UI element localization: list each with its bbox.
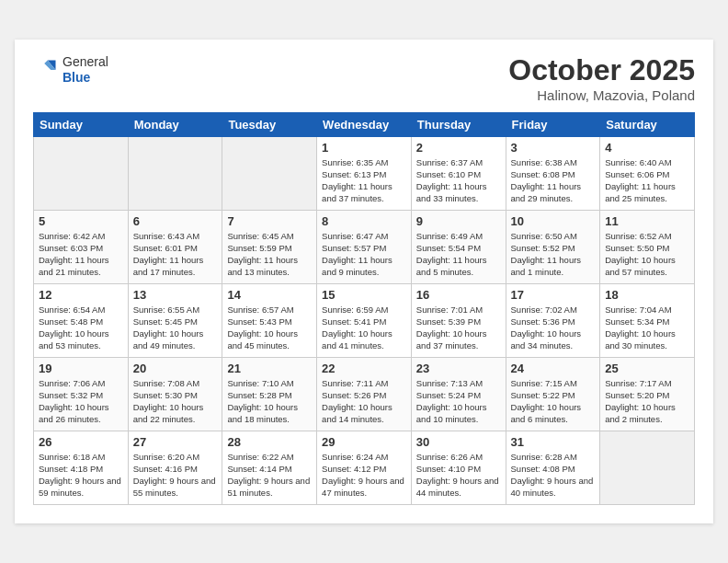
logo-text: General Blue bbox=[63, 54, 108, 86]
calendar-cell: 9Sunrise: 6:49 AMSunset: 5:54 PMDaylight… bbox=[411, 210, 506, 283]
day-number: 27 bbox=[133, 435, 218, 449]
weekday-header: Saturday bbox=[600, 112, 695, 136]
location: Halinow, Mazovia, Poland bbox=[508, 87, 695, 103]
day-number: 17 bbox=[511, 288, 596, 302]
day-number: 4 bbox=[605, 141, 689, 155]
day-number: 1 bbox=[322, 141, 406, 155]
calendar-cell: 7Sunrise: 6:45 AMSunset: 5:59 PMDaylight… bbox=[222, 210, 317, 283]
calendar-cell: 11Sunrise: 6:52 AMSunset: 5:50 PMDayligh… bbox=[600, 210, 695, 283]
calendar-cell: 13Sunrise: 6:55 AMSunset: 5:45 PMDayligh… bbox=[128, 283, 222, 357]
day-number: 25 bbox=[605, 362, 689, 375]
day-number: 26 bbox=[39, 435, 123, 449]
day-number: 20 bbox=[133, 362, 218, 375]
logo-general: General bbox=[63, 54, 108, 69]
calendar-cell: 30Sunrise: 6:26 AMSunset: 4:10 PMDayligh… bbox=[411, 431, 506, 504]
calendar-week-row: 26Sunrise: 6:18 AMSunset: 4:18 PMDayligh… bbox=[34, 431, 695, 504]
day-number: 28 bbox=[227, 435, 312, 449]
calendar-cell bbox=[128, 136, 222, 210]
calendar-cell: 28Sunrise: 6:22 AMSunset: 4:14 PMDayligh… bbox=[222, 431, 317, 504]
day-number: 2 bbox=[416, 141, 501, 155]
day-number: 19 bbox=[39, 362, 123, 375]
calendar-cell: 8Sunrise: 6:47 AMSunset: 5:57 PMDaylight… bbox=[317, 210, 412, 283]
calendar-cell: 29Sunrise: 6:24 AMSunset: 4:12 PMDayligh… bbox=[317, 431, 412, 504]
day-info: Sunrise: 6:54 AMSunset: 5:48 PMDaylight:… bbox=[39, 304, 123, 352]
calendar-cell: 24Sunrise: 7:15 AMSunset: 5:22 PMDayligh… bbox=[506, 357, 600, 431]
day-number: 11 bbox=[605, 214, 689, 228]
day-number: 24 bbox=[511, 362, 596, 375]
day-number: 22 bbox=[322, 362, 406, 375]
day-info: Sunrise: 6:55 AMSunset: 5:45 PMDaylight:… bbox=[133, 304, 218, 352]
calendar-cell: 23Sunrise: 7:13 AMSunset: 5:24 PMDayligh… bbox=[411, 357, 506, 431]
day-number: 30 bbox=[416, 435, 501, 449]
day-number: 15 bbox=[322, 288, 406, 302]
day-info: Sunrise: 7:01 AMSunset: 5:39 PMDaylight:… bbox=[416, 304, 501, 352]
calendar-cell: 18Sunrise: 7:04 AMSunset: 5:34 PMDayligh… bbox=[600, 283, 695, 357]
day-number: 13 bbox=[133, 288, 218, 302]
calendar-cell: 2Sunrise: 6:37 AMSunset: 6:10 PMDaylight… bbox=[411, 136, 506, 210]
day-info: Sunrise: 7:13 AMSunset: 5:24 PMDaylight:… bbox=[416, 377, 501, 426]
calendar-cell bbox=[34, 136, 129, 210]
calendar-cell: 27Sunrise: 6:20 AMSunset: 4:16 PMDayligh… bbox=[128, 431, 222, 504]
weekday-header: Wednesday bbox=[317, 112, 412, 136]
calendar-cell bbox=[222, 136, 317, 210]
day-info: Sunrise: 7:11 AMSunset: 5:26 PMDaylight:… bbox=[322, 377, 406, 426]
calendar-cell: 6Sunrise: 6:43 AMSunset: 6:01 PMDaylight… bbox=[128, 210, 222, 283]
calendar-cell: 21Sunrise: 7:10 AMSunset: 5:28 PMDayligh… bbox=[222, 357, 317, 431]
header: General Blue October 2025 Halinow, Mazov… bbox=[33, 54, 695, 102]
day-info: Sunrise: 6:24 AMSunset: 4:12 PMDaylight:… bbox=[322, 451, 406, 500]
day-number: 3 bbox=[511, 141, 596, 155]
day-number: 29 bbox=[322, 435, 406, 449]
weekday-header: Thursday bbox=[411, 112, 506, 136]
day-info: Sunrise: 6:38 AMSunset: 6:08 PMDaylight:… bbox=[511, 156, 596, 205]
weekday-header-row: SundayMondayTuesdayWednesdayThursdayFrid… bbox=[34, 112, 695, 136]
calendar-cell: 20Sunrise: 7:08 AMSunset: 5:30 PMDayligh… bbox=[128, 357, 222, 431]
day-info: Sunrise: 6:43 AMSunset: 6:01 PMDaylight:… bbox=[133, 230, 218, 279]
day-number: 5 bbox=[39, 214, 123, 228]
calendar-container: General Blue October 2025 Halinow, Mazov… bbox=[15, 40, 713, 523]
day-info: Sunrise: 6:49 AMSunset: 5:54 PMDaylight:… bbox=[416, 230, 501, 279]
calendar-cell: 25Sunrise: 7:17 AMSunset: 5:20 PMDayligh… bbox=[600, 357, 695, 431]
calendar-cell: 15Sunrise: 6:59 AMSunset: 5:41 PMDayligh… bbox=[317, 283, 412, 357]
calendar-week-row: 19Sunrise: 7:06 AMSunset: 5:32 PMDayligh… bbox=[34, 357, 695, 431]
weekday-header: Sunday bbox=[34, 112, 129, 136]
calendar-cell: 14Sunrise: 6:57 AMSunset: 5:43 PMDayligh… bbox=[222, 283, 317, 357]
calendar-cell: 10Sunrise: 6:50 AMSunset: 5:52 PMDayligh… bbox=[506, 210, 600, 283]
day-number: 31 bbox=[511, 435, 596, 449]
day-info: Sunrise: 7:08 AMSunset: 5:30 PMDaylight:… bbox=[133, 377, 218, 426]
logo-icon bbox=[33, 57, 59, 83]
day-info: Sunrise: 7:17 AMSunset: 5:20 PMDaylight:… bbox=[605, 377, 689, 426]
calendar-cell: 16Sunrise: 7:01 AMSunset: 5:39 PMDayligh… bbox=[411, 283, 506, 357]
calendar-cell: 3Sunrise: 6:38 AMSunset: 6:08 PMDaylight… bbox=[506, 136, 600, 210]
day-number: 23 bbox=[416, 362, 501, 375]
day-number: 8 bbox=[322, 214, 406, 228]
day-info: Sunrise: 7:04 AMSunset: 5:34 PMDaylight:… bbox=[605, 304, 689, 352]
calendar-cell: 17Sunrise: 7:02 AMSunset: 5:36 PMDayligh… bbox=[506, 283, 600, 357]
calendar-week-row: 1Sunrise: 6:35 AMSunset: 6:13 PMDaylight… bbox=[34, 136, 695, 210]
calendar-table: SundayMondayTuesdayWednesdayThursdayFrid… bbox=[33, 112, 695, 505]
day-number: 14 bbox=[227, 288, 312, 302]
day-number: 10 bbox=[511, 214, 596, 228]
calendar-cell: 12Sunrise: 6:54 AMSunset: 5:48 PMDayligh… bbox=[34, 283, 129, 357]
day-info: Sunrise: 7:10 AMSunset: 5:28 PMDaylight:… bbox=[227, 377, 312, 426]
weekday-header: Friday bbox=[506, 112, 600, 136]
calendar-cell: 4Sunrise: 6:40 AMSunset: 6:06 PMDaylight… bbox=[600, 136, 695, 210]
day-info: Sunrise: 6:22 AMSunset: 4:14 PMDaylight:… bbox=[227, 451, 312, 500]
weekday-header: Tuesday bbox=[222, 112, 317, 136]
day-info: Sunrise: 6:47 AMSunset: 5:57 PMDaylight:… bbox=[322, 230, 406, 279]
calendar-cell bbox=[600, 431, 695, 504]
day-info: Sunrise: 6:50 AMSunset: 5:52 PMDaylight:… bbox=[511, 230, 596, 279]
day-info: Sunrise: 7:02 AMSunset: 5:36 PMDaylight:… bbox=[511, 304, 596, 352]
day-info: Sunrise: 6:57 AMSunset: 5:43 PMDaylight:… bbox=[227, 304, 312, 352]
day-info: Sunrise: 6:59 AMSunset: 5:41 PMDaylight:… bbox=[322, 304, 406, 352]
calendar-cell: 1Sunrise: 6:35 AMSunset: 6:13 PMDaylight… bbox=[317, 136, 412, 210]
title-block: October 2025 Halinow, Mazovia, Poland bbox=[508, 54, 695, 102]
calendar-cell: 26Sunrise: 6:18 AMSunset: 4:18 PMDayligh… bbox=[34, 431, 129, 504]
day-info: Sunrise: 6:20 AMSunset: 4:16 PMDaylight:… bbox=[133, 451, 218, 500]
month-title: October 2025 bbox=[508, 54, 695, 86]
day-info: Sunrise: 6:37 AMSunset: 6:10 PMDaylight:… bbox=[416, 156, 501, 205]
day-info: Sunrise: 6:40 AMSunset: 6:06 PMDaylight:… bbox=[605, 156, 689, 205]
day-info: Sunrise: 6:45 AMSunset: 5:59 PMDaylight:… bbox=[227, 230, 312, 279]
day-info: Sunrise: 7:15 AMSunset: 5:22 PMDaylight:… bbox=[511, 377, 596, 426]
day-info: Sunrise: 6:28 AMSunset: 4:08 PMDaylight:… bbox=[511, 451, 596, 500]
calendar-week-row: 12Sunrise: 6:54 AMSunset: 5:48 PMDayligh… bbox=[34, 283, 695, 357]
